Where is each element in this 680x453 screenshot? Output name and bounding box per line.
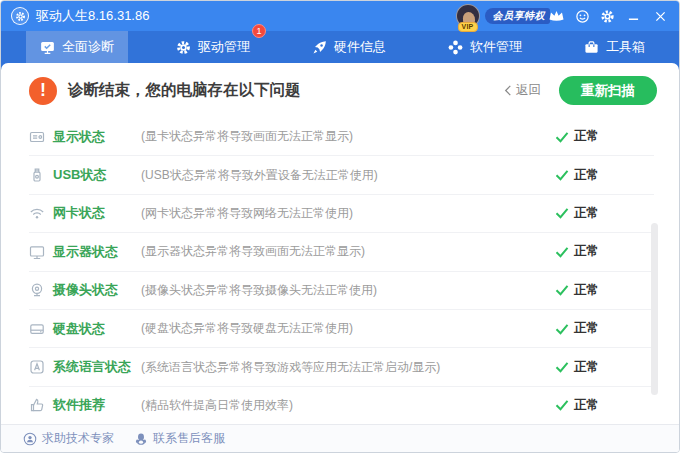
diagnostic-row-camera[interactable]: 摄像头状态 (摄像头状态异常将导致摄像头无法正常使用) 正常 (29, 272, 654, 310)
tab-full-diagnosis[interactable]: 全面诊断 (26, 31, 128, 63)
monitor-icon (29, 244, 45, 260)
diagnostic-row-language[interactable]: 系统语言状态 (系统语言状态异常将导致游戏等应用无法正常启动/显示) 正常 (29, 348, 654, 386)
tab-label: 驱动管理 (198, 38, 250, 56)
check-icon (555, 323, 569, 335)
diagnostic-row-usb[interactable]: USB状态 (USB状态异常将导致外置设备无法正常使用) 正常 (29, 156, 654, 194)
tab-label: 软件管理 (470, 38, 522, 56)
footer-bar: 求助技术专家 联系售后客服 (1, 424, 679, 452)
main-nav: 全面诊断 驱动管理 1 硬件信息 (1, 31, 679, 63)
check-icon (555, 131, 569, 143)
tab-label: 工具箱 (606, 38, 645, 56)
tech-expert-link[interactable]: 求助技术专家 (23, 430, 114, 447)
check-icon (555, 207, 569, 219)
status-badge: 正常 (555, 243, 599, 260)
diagnostic-row-software[interactable]: 软件推荐 (精品软件提高日常使用效率) 正常 (29, 387, 654, 424)
status-badge: 正常 (555, 282, 599, 299)
qq-penguin-icon (134, 432, 148, 446)
tab-hardware-info[interactable]: 硬件信息 (298, 31, 400, 63)
status-badge: 正常 (555, 359, 599, 376)
webcam-icon (29, 282, 45, 298)
language-icon (29, 359, 45, 375)
close-button[interactable] (651, 7, 669, 25)
app-window: 驱动人生8.16.31.86 VIP 会员享特权 (0, 0, 680, 453)
wifi-icon (29, 205, 45, 221)
driver-gear-icon (176, 40, 191, 55)
diagnostic-row-monitor[interactable]: 显示器状态 (显示器状态异常将导致画面无法正常显示) 正常 (29, 233, 654, 271)
scrollbar-thumb[interactable] (651, 223, 658, 395)
member-privilege-banner[interactable]: 会员享特权 (485, 8, 566, 24)
check-icon (555, 361, 569, 373)
tab-label: 硬件信息 (334, 38, 386, 56)
toolbox-icon (584, 40, 599, 55)
headset-person-icon (23, 432, 37, 446)
status-badge: 正常 (555, 320, 599, 337)
after-sales-service-link[interactable]: 联系售后客服 (134, 430, 225, 447)
minimize-button[interactable] (624, 7, 642, 25)
alert-icon: ! (29, 77, 57, 105)
tab-toolbox[interactable]: 工具箱 (570, 31, 659, 63)
window-title: 驱动人生8.16.31.86 (36, 7, 149, 25)
diagnosis-result-card: ! 诊断结束，您的电脑存在以下问题 返回 重新扫描 (1, 63, 679, 424)
status-badge: 正常 (555, 167, 599, 184)
notification-badge: 1 (252, 24, 266, 38)
check-icon (555, 246, 569, 258)
check-icon (555, 399, 569, 411)
back-button[interactable]: 返回 (504, 82, 541, 99)
tab-label: 全面诊断 (62, 38, 114, 56)
result-header: ! 诊断结束，您的电脑存在以下问题 返回 重新扫描 (1, 63, 679, 118)
usb-icon (29, 167, 45, 183)
diagnostic-row-display[interactable]: 显示状态 (显卡状态异常将导致画面无法正常显示) 正常 (29, 118, 654, 156)
diagnostic-row-disk[interactable]: 硬盘状态 (硬盘状态异常将导致硬盘无法正常使用) 正常 (29, 310, 654, 348)
result-title: 诊断结束，您的电脑存在以下问题 (68, 80, 301, 101)
status-badge: 正常 (555, 205, 599, 222)
settings-gear-icon[interactable] (599, 8, 615, 24)
app-logo-icon (11, 7, 29, 25)
crown-icon (548, 9, 565, 23)
check-icon (555, 169, 569, 181)
chevron-left-icon (504, 85, 512, 96)
tab-software-management[interactable]: 软件管理 (434, 31, 536, 63)
hardware-rocket-icon (312, 40, 327, 55)
user-avatar[interactable]: VIP (456, 4, 480, 28)
feedback-icon[interactable] (574, 8, 590, 24)
status-badge: 正常 (555, 397, 599, 414)
diagnosis-monitor-icon (40, 40, 55, 55)
diagnostic-row-network[interactable]: 网卡状态 (网卡状态异常将导致网络无法正常使用) 正常 (29, 195, 654, 233)
tab-driver-management[interactable]: 驱动管理 1 (162, 31, 264, 63)
display-card-icon (29, 129, 45, 145)
thumbs-up-icon (29, 397, 45, 413)
status-badge: 正常 (555, 128, 599, 145)
check-icon (555, 284, 569, 296)
titlebar: 驱动人生8.16.31.86 VIP 会员享特权 (1, 1, 679, 31)
hard-drive-icon (29, 321, 45, 337)
rescan-button[interactable]: 重新扫描 (559, 76, 657, 105)
diagnostics-list: 显示状态 (显卡状态异常将导致画面无法正常显示) 正常 USB状 (1, 118, 679, 424)
member-badge-label: 会员享特权 (485, 8, 551, 24)
software-clover-icon (448, 40, 463, 55)
